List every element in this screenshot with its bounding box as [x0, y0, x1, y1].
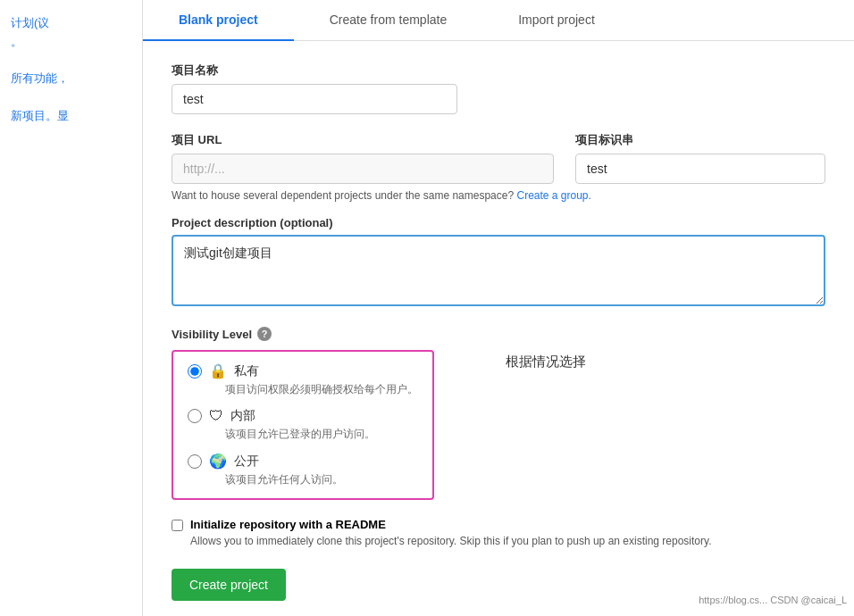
watermark: https://blog.cs... CSDN @caicai_L: [699, 595, 847, 605]
visibility-public-option: 🌍 公开 该项目允许任何人访问。: [188, 453, 418, 487]
visibility-private-name: 私有: [234, 363, 259, 379]
project-slug-label: 项目标识串: [575, 132, 825, 148]
lock-icon: 🔒: [209, 362, 227, 379]
sidebar-text-line2: 。: [11, 35, 22, 48]
readme-label: Initialize repository with a README: [190, 518, 711, 531]
project-name-label: 项目名称: [172, 62, 825, 79]
help-icon[interactable]: ?: [257, 327, 272, 341]
main-content: Blank project Create from template Impor…: [143, 0, 854, 616]
readme-checkbox[interactable]: [172, 520, 183, 531]
visibility-box: 🔒 私有 项目访问权限必须明确授权给每个用户。 🛡 内部: [172, 350, 434, 500]
visibility-public-label[interactable]: 🌍 公开: [188, 453, 418, 470]
globe-icon: 🌍: [209, 453, 227, 470]
visibility-public-name: 公开: [234, 454, 259, 470]
visibility-internal-option: 🛡 内部 该项目允许已登录的用户访问。: [188, 408, 418, 442]
slug-group: 项目标识串: [575, 132, 825, 184]
create-group-link[interactable]: Create a group.: [516, 189, 590, 202]
visibility-internal-name: 内部: [230, 408, 255, 424]
annotation-text: 根据情况选择: [506, 354, 586, 370]
readme-section: Initialize repository with a README Allo…: [172, 518, 825, 547]
visibility-section: Visibility Level ? 🔒 私有 项目访问权限必须明确授权给每个用…: [172, 327, 825, 500]
sidebar-text-line3: 所有功能，: [11, 71, 69, 85]
tab-blank-project[interactable]: Blank project: [143, 0, 294, 41]
project-slug-input[interactable]: [575, 154, 825, 184]
url-group: 项目 URL: [172, 132, 554, 184]
project-name-group: 项目名称: [172, 62, 825, 114]
visibility-internal-desc: 该项目允许已登录的用户访问。: [225, 427, 418, 442]
visibility-public-radio[interactable]: [188, 454, 202, 469]
visibility-private-radio[interactable]: [188, 364, 202, 379]
tabs-bar: Blank project Create from template Impor…: [143, 0, 854, 41]
project-url-label: 项目 URL: [172, 132, 554, 148]
sidebar: 计划(议 。 所有功能， 新项目。显: [0, 0, 143, 616]
readme-hint: Allows you to immediately clone this pro…: [190, 535, 711, 547]
description-group: Project description (optional) 测试git创建项目: [172, 216, 825, 309]
visibility-private-option: 🔒 私有 项目访问权限必须明确授权给每个用户。: [188, 362, 418, 397]
sidebar-text-line1: 计划(议: [11, 16, 49, 29]
tab-import-project[interactable]: Import project: [482, 0, 631, 41]
visibility-public-desc: 该项目允许任何人访问。: [225, 472, 418, 487]
visibility-label: Visibility Level: [172, 328, 252, 341]
tab-create-from-template[interactable]: Create from template: [294, 0, 483, 41]
visibility-internal-radio[interactable]: [188, 409, 202, 423]
visibility-internal-label[interactable]: 🛡 内部: [188, 408, 418, 424]
create-project-button[interactable]: Create project: [172, 569, 286, 601]
visibility-private-desc: 项目访问权限必须明确授权给每个用户。: [225, 382, 418, 397]
readme-text: Initialize repository with a README Allo…: [190, 518, 711, 547]
namespace-hint: Want to house several dependent projects…: [172, 189, 825, 202]
visibility-private-label[interactable]: 🔒 私有: [188, 362, 418, 379]
description-label: Project description (optional): [172, 216, 825, 229]
url-row: 项目 URL 项目标识串: [172, 132, 825, 184]
description-input[interactable]: 测试git创建项目: [172, 235, 825, 306]
shield-icon: 🛡: [209, 408, 223, 424]
project-url-input[interactable]: [172, 154, 554, 184]
project-name-input[interactable]: [172, 84, 457, 114]
form-area: 项目名称 项目 URL 项目标识串 Want to house several …: [143, 41, 854, 616]
sidebar-link[interactable]: 新项目。显: [11, 109, 69, 122]
visibility-header: Visibility Level ?: [172, 327, 434, 341]
